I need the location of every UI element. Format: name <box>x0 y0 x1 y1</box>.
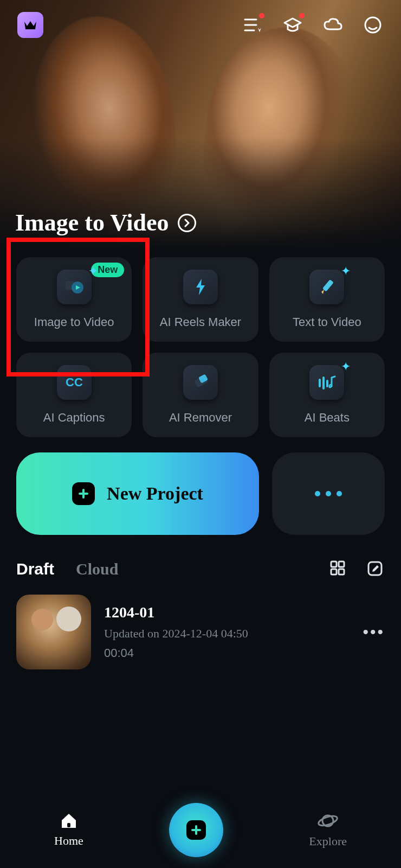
tool-ai-beats[interactable]: ✦ AI Beats <box>269 353 385 437</box>
hero-banner[interactable]: Image to Video <box>0 0 401 250</box>
hero-title: Image to Video <box>15 209 169 237</box>
ellipsis-icon <box>315 491 342 496</box>
tool-label: AI Captions <box>43 411 105 425</box>
lightning-icon <box>183 270 218 304</box>
premium-badge[interactable] <box>17 12 43 38</box>
tab-draft[interactable]: Draft <box>16 560 54 578</box>
cloud-icon[interactable] <box>322 14 344 36</box>
pencil-icon: ✦ <box>309 270 344 304</box>
svg-rect-6 <box>322 279 334 292</box>
planet-icon <box>317 812 339 830</box>
top-bar <box>0 12 401 38</box>
nav-label: Explore <box>309 834 347 848</box>
eraser-icon <box>183 365 218 400</box>
svg-text:CC: CC <box>66 375 83 389</box>
project-actions: New Project <box>0 437 401 535</box>
draft-more-button[interactable]: ••• <box>363 623 385 641</box>
tool-ai-remover[interactable]: AI Remover <box>143 353 258 437</box>
draft-title: 1204-01 <box>104 604 350 621</box>
crown-icon <box>23 20 37 30</box>
tool-label: Image to Video <box>34 315 114 329</box>
plus-icon <box>186 820 206 840</box>
tool-ai-captions[interactable]: CC AI Captions <box>16 353 132 437</box>
image-to-video-icon: ✦ <box>57 270 92 304</box>
tool-label: Text to Video <box>293 315 361 329</box>
chevron-right-icon[interactable] <box>178 214 196 232</box>
svg-rect-18 <box>339 569 344 575</box>
svg-rect-16 <box>339 561 344 567</box>
plus-icon <box>72 482 95 505</box>
tab-cloud[interactable]: Cloud <box>76 560 118 578</box>
nav-explore[interactable]: Explore <box>309 812 347 848</box>
notification-dot <box>259 13 264 18</box>
edit-icon[interactable] <box>366 560 385 578</box>
draft-updated: Updated on 2024-12-04 04:50 <box>104 627 350 641</box>
draft-tabs: Draft Cloud <box>0 535 401 578</box>
new-project-button[interactable]: New Project <box>16 452 259 535</box>
tool-label: AI Remover <box>169 411 232 425</box>
svg-rect-20 <box>67 823 70 827</box>
draft-duration: 00:04 <box>104 646 350 660</box>
svg-rect-17 <box>331 569 337 575</box>
more-actions-button[interactable] <box>272 452 385 535</box>
tool-image-to-video[interactable]: New ✦ Image to Video <box>16 257 132 342</box>
tool-ai-reels-maker[interactable]: AI Reels Maker <box>143 257 258 342</box>
nav-create-button[interactable] <box>169 803 223 857</box>
tool-label: AI Reels Maker <box>160 315 241 329</box>
svg-rect-15 <box>331 561 337 567</box>
captions-icon: CC <box>57 365 92 400</box>
svg-point-3 <box>365 17 380 33</box>
draft-item[interactable]: 1204-01 Updated on 2024-12-04 04:50 00:0… <box>0 578 401 669</box>
music-beats-icon: ✦ <box>309 365 344 400</box>
new-project-label: New Project <box>107 483 203 504</box>
tool-text-to-video[interactable]: ✦ Text to Video <box>269 257 385 342</box>
profile-icon[interactable] <box>362 14 384 36</box>
nav-label: Home <box>54 834 83 848</box>
academy-icon[interactable] <box>282 14 303 36</box>
svg-point-24 <box>318 814 339 827</box>
tool-label: AI Beats <box>305 411 350 425</box>
tool-grid: New ✦ Image to Video AI Reels Maker ✦ Te… <box>0 250 401 437</box>
effects-list-icon[interactable] <box>242 14 263 36</box>
home-icon <box>60 812 78 829</box>
grid-view-icon[interactable] <box>329 560 348 578</box>
draft-thumbnail <box>16 595 91 669</box>
nav-home[interactable]: Home <box>54 812 83 848</box>
bottom-nav: Home Explore <box>0 803 401 857</box>
notification-dot <box>299 13 305 18</box>
